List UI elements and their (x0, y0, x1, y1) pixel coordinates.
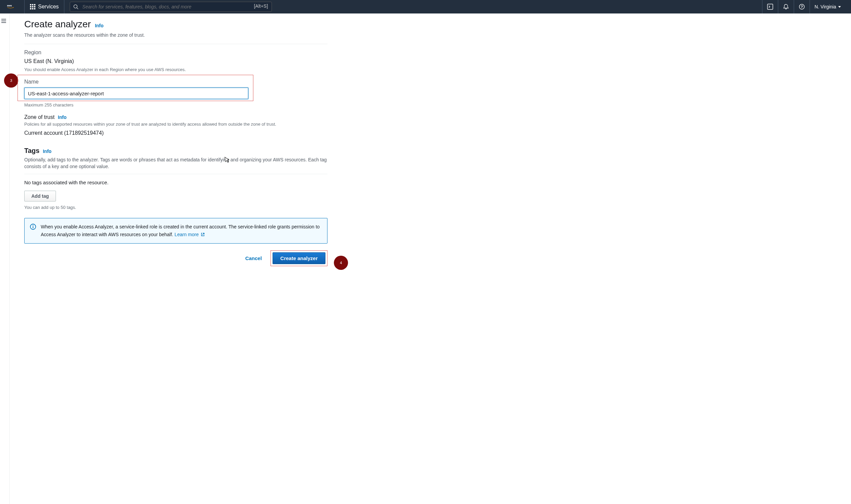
page-title: Create analyzer (24, 19, 91, 30)
hamburger-icon (1, 19, 6, 23)
info-box: When you enable Access Analyzer, a servi… (24, 218, 327, 244)
notifications-icon[interactable] (778, 0, 794, 14)
zone-description: Policies for all supported resources wit… (24, 122, 327, 127)
search-input[interactable] (70, 2, 272, 12)
zone-info-link[interactable]: Info (58, 114, 67, 120)
main-content: Create analyzer Info The analyzer scans … (24, 14, 327, 280)
zone-value: Current account (171892519474) (24, 130, 327, 136)
tags-divider (24, 174, 327, 174)
services-label: Services (38, 4, 59, 10)
tags-description: Optionally, add tags to the analyzer. Ta… (24, 157, 327, 170)
search-shortcut-label: [Alt+S] (254, 3, 268, 9)
info-box-text: When you enable Access Analyzer, a servi… (41, 223, 322, 238)
sidebar-divider (10, 14, 10, 280)
svg-text:?: ? (800, 5, 803, 9)
chevron-down-icon (838, 6, 841, 8)
no-tags-text: No tags associated with the resource. (24, 180, 327, 185)
help-icon[interactable]: ? (794, 0, 810, 14)
callout-badge-4: 4 (334, 256, 348, 270)
svg-point-1 (74, 5, 77, 8)
create-analyzer-button[interactable]: Create analyzer (273, 252, 325, 264)
region-hint: You should enable Access Analyzer in eac… (24, 67, 327, 72)
page-subtitle: The analyzer scans the resources within … (24, 32, 327, 38)
external-link-icon (201, 231, 205, 238)
sidebar-toggle[interactable] (1, 19, 6, 23)
svg-text:aws: aws (7, 4, 12, 7)
services-menu-button[interactable]: Services (24, 0, 64, 14)
top-navigation: aws Services [Alt+S] ? N. Virginia (0, 0, 851, 14)
region-value: US East (N. Virginia) (24, 58, 327, 64)
svg-point-7 (33, 225, 33, 226)
aws-logo[interactable]: aws (5, 0, 24, 14)
svg-line-2 (77, 8, 78, 9)
cancel-button[interactable]: Cancel (242, 253, 265, 264)
tags-heading: Tags (24, 147, 39, 155)
search-icon (73, 4, 78, 11)
grid-icon (30, 4, 35, 10)
info-icon (30, 224, 36, 238)
tags-info-link[interactable]: Info (43, 148, 52, 154)
svg-rect-8 (33, 227, 33, 229)
tags-limit-text: You can add up to 50 tags. (24, 205, 327, 210)
search-container: [Alt+S] (70, 2, 272, 12)
learn-more-link[interactable]: Learn more (175, 232, 204, 237)
page-title-info-link[interactable]: Info (95, 23, 104, 28)
name-hint: Maximum 255 characters (24, 103, 327, 107)
analyzer-name-input[interactable] (24, 88, 248, 99)
name-label: Name (24, 79, 327, 85)
cloudshell-icon[interactable] (762, 0, 778, 14)
region-label: N. Virginia (815, 4, 836, 10)
add-tag-button[interactable]: Add tag (24, 191, 56, 201)
divider (24, 44, 327, 44)
action-row: Cancel Create analyzer (24, 250, 327, 266)
region-selector[interactable]: N. Virginia (810, 0, 846, 14)
callout-badge-3: 3 (4, 73, 18, 88)
region-label: Region (24, 50, 327, 56)
zone-of-trust-label: Zone of trust (24, 114, 55, 120)
